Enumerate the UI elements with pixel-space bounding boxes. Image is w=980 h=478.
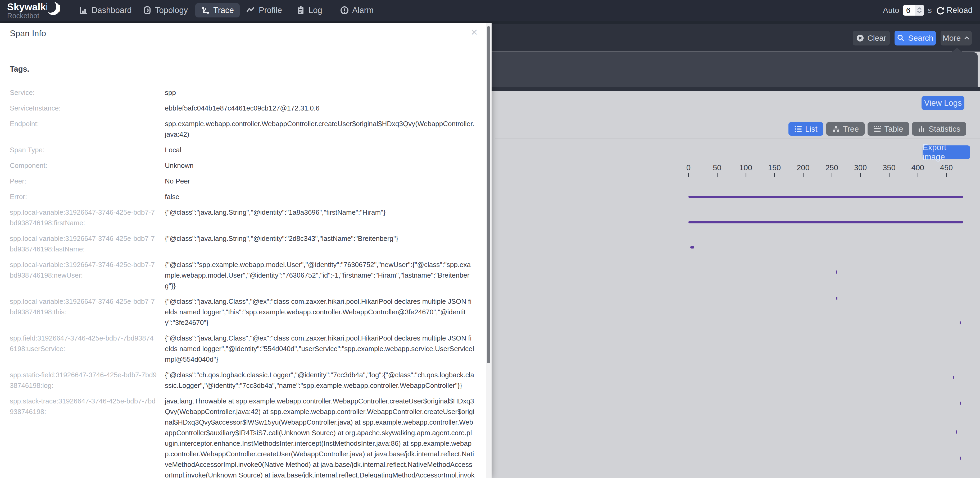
clear-button[interactable]: Clear <box>853 31 890 46</box>
top-nav: Skywalking Rocketbot Dashboard Topology <box>0 0 980 21</box>
tag-label: Service: <box>10 87 165 98</box>
axis-tick-mark <box>774 173 775 177</box>
nav-item-label: Log <box>309 6 322 15</box>
log-icon <box>296 6 305 15</box>
mode-tree-button[interactable]: Tree <box>826 122 865 136</box>
view-logs-button[interactable]: View Logs <box>921 96 964 110</box>
clear-icon <box>856 34 864 42</box>
tag-value: {"@class":"java.lang.Class","@ex":"class… <box>165 333 475 365</box>
trace-display-mode-group: List Tree Table Stat <box>788 122 966 136</box>
trace-span-marker[interactable] <box>960 457 961 460</box>
modal-scrollbar-thumb[interactable] <box>487 26 490 363</box>
axis-tick-label: 0 <box>686 164 690 172</box>
span-tag-row: spp.local-variable:31926647-3746-425e-bd… <box>10 296 475 328</box>
mode-table-button[interactable]: Table <box>867 122 909 136</box>
tag-label: spp.field:31926647-3746-425e-bdb7-7bd938… <box>10 333 165 365</box>
more-label: More <box>943 33 961 43</box>
tag-value: {"@class":"ch.qos.logback.classic.Logger… <box>165 370 475 391</box>
table-icon <box>873 125 881 133</box>
span-tag-row: spp.local-variable:31926647-3746-425e-bd… <box>10 259 475 291</box>
view-logs-label: View Logs <box>924 98 962 108</box>
tag-value: Unknown <box>165 160 475 171</box>
tag-label: Span Type: <box>10 145 165 155</box>
clear-label: Clear <box>867 33 886 43</box>
trace-span-marker[interactable] <box>959 321 961 324</box>
nav-item-dashboard[interactable]: Dashboard <box>80 0 132 21</box>
trace-span-bar[interactable] <box>689 195 963 198</box>
span-tag-row: Endpoint:spp.example.webapp.controller.W… <box>10 118 475 140</box>
search-button[interactable]: Search <box>894 31 936 46</box>
span-tag-row: Component:Unknown <box>10 160 475 171</box>
tag-label: spp.local-variable:31926647-3746-425e-bd… <box>10 233 165 254</box>
trace-span-marker[interactable] <box>953 376 954 379</box>
nav-reload-controls: Auto s Reload <box>883 0 973 21</box>
axis-tick-mark <box>889 173 889 177</box>
tag-label: ServiceInstance: <box>10 103 165 113</box>
axis-tick-mark <box>717 173 718 177</box>
trace-span-marker[interactable] <box>836 270 837 274</box>
tag-label: spp.stack-trace:31926647-3746-425e-bdb7-… <box>10 396 165 478</box>
tag-value: {"@class":"java.lang.Class","@ex":"class… <box>165 296 475 328</box>
tag-label: spp.local-variable:31926647-3746-425e-bd… <box>10 296 165 328</box>
modal-scrollbar[interactable] <box>486 23 492 478</box>
reload-button[interactable]: Reload <box>935 6 973 15</box>
trace-span-marker[interactable] <box>836 297 837 300</box>
profile-icon <box>246 6 256 15</box>
mode-list-button[interactable]: List <box>788 122 823 136</box>
span-tag-row: Error:false <box>10 191 475 202</box>
export-image-label: Export image <box>923 143 970 162</box>
axis-tick-mark <box>746 173 746 177</box>
span-tag-row: spp.field:31926647-3746-425e-bdb7-7bd938… <box>10 333 475 365</box>
reload-label: Reload <box>947 6 973 15</box>
topology-icon <box>143 6 152 15</box>
tag-value: {"@class":"spp.example.webapp.model.User… <box>165 259 475 291</box>
chevron-up-icon <box>917 7 922 10</box>
axis-tick-label: 50 <box>713 164 721 172</box>
nav-item-profile[interactable]: Profile <box>246 0 282 21</box>
nav-item-label: Alarm <box>352 6 374 15</box>
tag-value: {"@class":"java.lang.String","@identity"… <box>165 233 475 254</box>
span-tag-row: ServiceInstance:ebbfef5afc044b1e87c4461e… <box>10 103 475 113</box>
axis-tick-mark <box>832 173 832 177</box>
axis-tick-mark <box>860 173 861 177</box>
mode-statistics-label: Statistics <box>929 124 961 133</box>
crescent-icon <box>47 1 61 17</box>
trace-span-marker[interactable] <box>960 402 961 405</box>
trace-span-marker[interactable] <box>956 430 957 434</box>
trace-span-bar[interactable] <box>689 221 963 223</box>
mode-statistics-button[interactable]: Statistics <box>912 122 966 136</box>
trace-span-bar[interactable] <box>690 246 694 249</box>
nav-item-trace[interactable]: Trace <box>195 3 240 17</box>
nav-item-topology[interactable]: Topology <box>143 0 188 21</box>
mode-tree-label: Tree <box>843 124 859 133</box>
auto-label: Auto <box>883 6 899 15</box>
close-icon[interactable]: ✕ <box>471 28 478 37</box>
nav-item-alarm[interactable]: Alarm <box>340 0 374 21</box>
tree-icon <box>832 125 840 133</box>
more-button[interactable]: More <box>940 31 972 46</box>
tag-label: spp.local-variable:31926647-3746-425e-bd… <box>10 207 165 228</box>
nav-item-log[interactable]: Log <box>296 0 322 21</box>
mode-table-label: Table <box>884 124 903 133</box>
auto-interval-input[interactable] <box>903 5 915 16</box>
tag-value: {"@class":"java.lang.String","@identity"… <box>165 207 475 228</box>
logo[interactable]: Skywalking Rocketbot <box>7 2 60 19</box>
mode-list-label: List <box>805 124 818 133</box>
tag-label: spp.local-variable:31926647-3746-425e-bd… <box>10 259 165 291</box>
alarm-icon <box>340 6 349 15</box>
tag-value: spp.example.webapp.controller.WebappCont… <box>165 118 475 140</box>
axis-tick-mark <box>803 173 803 177</box>
more-panel-notch <box>951 48 963 52</box>
tag-label: Peer: <box>10 176 165 186</box>
stepper-arrows[interactable] <box>915 5 924 16</box>
span-tag-row: Peer:No Peer <box>10 176 475 186</box>
axis-tick-label: 100 <box>739 164 752 172</box>
export-image-button[interactable]: Export image <box>923 145 970 159</box>
list-icon <box>794 125 802 133</box>
span-tag-row: spp.stack-trace:31926647-3746-425e-bdb7-… <box>10 396 475 478</box>
dashboard-icon <box>80 6 88 15</box>
axis-tick-label: 350 <box>883 164 895 172</box>
tag-label: Component: <box>10 160 165 171</box>
axis-tick-mark <box>946 173 947 177</box>
span-tag-row: Span Type:Local <box>10 145 475 155</box>
